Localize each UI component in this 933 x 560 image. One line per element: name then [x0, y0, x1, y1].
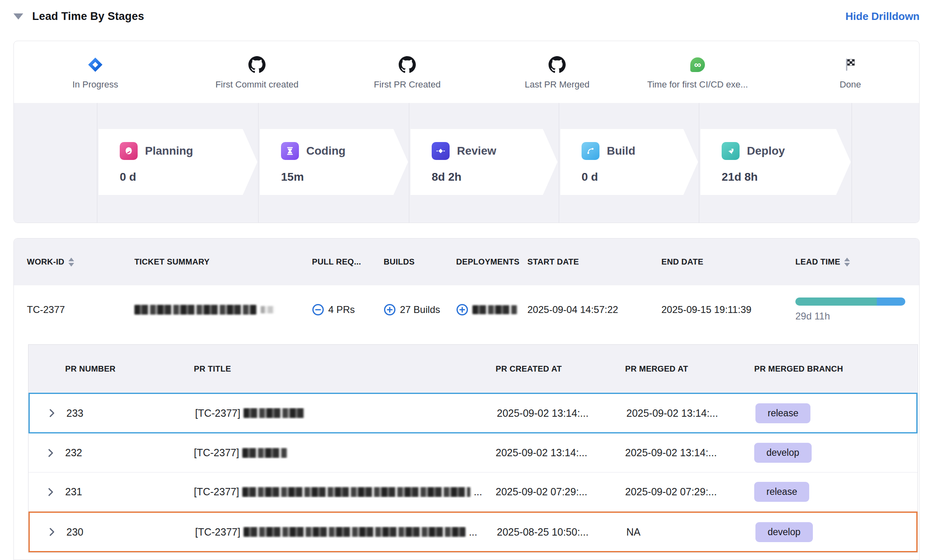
pr-title: [TC-2377] ...: [194, 486, 496, 498]
redacted-text: [242, 487, 470, 497]
branch-badge: develop: [754, 443, 812, 463]
pr-branch-cell: develop: [754, 443, 918, 463]
collapse-triangle-icon[interactable]: [13, 13, 23, 20]
column-ticket-summary: TICKET SUMMARY: [134, 257, 224, 267]
pr-title-prefix: [TC-2377]: [194, 447, 239, 459]
pull-requests-toggle[interactable]: 4 PRs: [312, 304, 384, 316]
column-pr-title: PR TITLE: [194, 364, 496, 374]
pr-merged-at: 2025-09-02 13:14:...: [626, 407, 755, 419]
pr-row-232[interactable]: 232 [TC-2377] 2025-09-02 13:14:... 2025-…: [29, 433, 918, 472]
step-label: First Commit created: [215, 79, 299, 90]
redacted-text: [472, 305, 517, 314]
column-label: PR TITLE: [194, 364, 231, 374]
branch-badge: release: [754, 482, 809, 502]
pr-row-233[interactable]: 233 [TC-2377] 2025-09-02 13:14:... 2025-…: [29, 393, 918, 433]
lead-bar-teal: [795, 298, 877, 306]
redacted-text: [134, 305, 257, 315]
rocket-icon: [722, 142, 740, 160]
column-builds: BUILDS: [384, 257, 456, 267]
pr-number: 232: [65, 447, 194, 459]
pr-merged-at: NA: [626, 526, 755, 538]
column-label: PR MERGED BRANCH: [754, 364, 843, 374]
column-work-id[interactable]: WORK-ID: [27, 257, 134, 267]
column-deployments: DEPLOYMENTS: [456, 257, 527, 267]
timeline-step-cicd: ∞ Time for first CI/CD exe...: [612, 56, 783, 90]
branch-badge: develop: [755, 522, 813, 542]
column-pr-merged-at: PR MERGED AT: [625, 364, 754, 374]
column-label: DEPLOYMENTS: [456, 257, 520, 267]
pr-row-230[interactable]: 230 [TC-2377] ... 2025-08-25 10:50:... N…: [29, 512, 918, 552]
page-title: Lead Time By Stages: [32, 10, 144, 23]
step-label: Done: [840, 79, 861, 90]
column-label: LEAD TIME: [795, 257, 840, 267]
ticket-summary-value: [134, 305, 312, 315]
pr-title-prefix: [TC-2377]: [194, 486, 239, 498]
redacted-text: [244, 527, 465, 537]
stage-duration: 8d 2h: [432, 171, 558, 184]
pr-title-suffix: ...: [469, 526, 477, 538]
step-label: Last PR Merged: [525, 79, 590, 90]
code-review-icon: [432, 142, 450, 160]
column-label: PR NUMBER: [65, 364, 116, 374]
timeline-step-first-commit: First Commit created: [171, 56, 342, 90]
column-label: START DATE: [527, 257, 579, 267]
step-label: In Progress: [72, 79, 119, 90]
plus-circle-icon[interactable]: [456, 304, 468, 316]
stage-build: Build 0 d: [560, 129, 698, 195]
pr-merged-at: 2025-09-02 13:14:...: [625, 447, 754, 459]
step-label: First PR Created: [374, 79, 441, 90]
pr-branch-cell: release: [754, 482, 918, 502]
minus-circle-icon[interactable]: [312, 304, 324, 316]
expand-chevron-icon[interactable]: [29, 486, 65, 498]
pr-table-header: PR NUMBER PR TITLE PR CREATED AT PR MERG…: [29, 345, 918, 393]
deployments-toggle[interactable]: [456, 304, 527, 316]
expand-chevron-icon[interactable]: [30, 526, 66, 538]
sort-icon[interactable]: [844, 258, 850, 267]
github-icon: [549, 56, 566, 74]
pr-title: [TC-2377]: [195, 407, 497, 419]
builds-toggle[interactable]: 27 Builds: [384, 304, 456, 316]
section-header: Lead Time By Stages Hide Drilldown: [13, 7, 920, 25]
plus-circle-icon[interactable]: [384, 304, 396, 316]
pr-title-prefix: [TC-2377]: [195, 407, 240, 419]
stage-review: Review 8d 2h: [411, 129, 558, 195]
pipeline-icon: [582, 142, 599, 160]
expand-chevron-icon[interactable]: [30, 407, 66, 419]
pr-number: 231: [65, 486, 194, 498]
pr-table: PR NUMBER PR TITLE PR CREATED AT PR MERG…: [28, 344, 918, 553]
timeline-step-in-progress: In Progress: [13, 56, 181, 90]
stage-divider: [258, 103, 259, 223]
github-icon: [248, 56, 266, 74]
lead-time-bar: [795, 298, 905, 306]
lead-time-value: 29d 11h: [795, 311, 905, 322]
column-lead-time[interactable]: LEAD TIME: [795, 257, 919, 267]
column-pr-created-at: PR CREATED AT: [496, 364, 625, 374]
work-id-value: TC-2377: [27, 304, 134, 315]
pr-number: 230: [66, 526, 195, 538]
step-label: Time for first CI/CD exe...: [647, 79, 748, 90]
pr-created-at: 2025-08-25 10:50:...: [497, 526, 626, 538]
pr-row-231[interactable]: 231 [TC-2377] ... 2025-09-02 07:29:... 2…: [29, 472, 918, 512]
pr-created-at: 2025-09-02 13:14:...: [497, 407, 626, 419]
jira-icon: [87, 56, 103, 74]
work-table-header: WORK-ID TICKET SUMMARY PULL REQ... BUILD…: [14, 238, 919, 285]
column-label: PULL REQ...: [312, 257, 361, 267]
stage-name: Coding: [306, 144, 345, 158]
column-label: TICKET SUMMARY: [134, 257, 210, 267]
hide-drilldown-link[interactable]: Hide Drilldown: [845, 10, 920, 23]
column-pull-requests: PULL REQ...: [312, 257, 384, 267]
pr-title: [TC-2377]: [194, 447, 496, 459]
builds-count-label: 27 Builds: [400, 304, 440, 315]
expand-chevron-icon[interactable]: [29, 447, 65, 459]
pr-merged-at: 2025-09-02 07:29:...: [625, 486, 754, 498]
pr-branch-cell: develop: [755, 522, 916, 542]
column-label: END DATE: [661, 257, 703, 267]
redacted-text: [244, 408, 305, 418]
stage-divider: [559, 103, 559, 223]
stage-name: Deploy: [747, 144, 785, 158]
sort-icon[interactable]: [68, 258, 74, 267]
column-label: PR CREATED AT: [496, 364, 562, 374]
checkered-flag-icon: [843, 56, 858, 74]
column-label: PR MERGED AT: [625, 364, 688, 374]
stage-duration: 0 d: [120, 171, 257, 184]
